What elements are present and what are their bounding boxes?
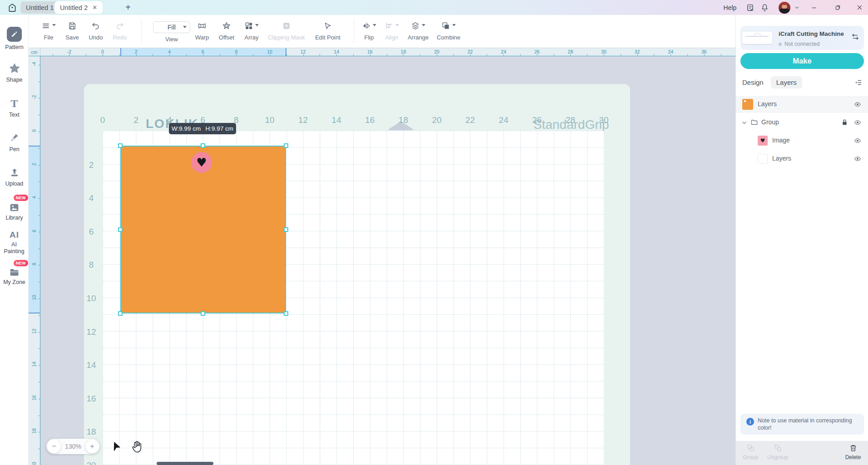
sidebar-item-pen[interactable]: Pen: [0, 132, 29, 153]
height-readout: H:9.97 cm: [205, 125, 233, 132]
layer-row-canvas[interactable]: Layers: [736, 96, 868, 113]
sidebar-item-shape[interactable]: Shape: [0, 62, 29, 83]
flip-icon: [362, 21, 371, 30]
fill-select[interactable]: Fill: [153, 21, 190, 33]
combine-button[interactable]: Combine: [433, 21, 464, 41]
sidebar-label: Pattern: [0, 44, 29, 51]
offset-label: Offset: [219, 34, 234, 41]
eye-icon[interactable]: [853, 119, 862, 126]
undo-button[interactable]: Undo: [83, 21, 108, 41]
sidebar-item-library[interactable]: NEW Library: [0, 200, 29, 221]
eye-icon[interactable]: [853, 101, 862, 108]
align-label: Align: [385, 34, 399, 41]
sidebar-item-upload[interactable]: Upload: [0, 167, 29, 187]
sidebar-label: Shape: [0, 77, 29, 83]
tab-design[interactable]: Design: [742, 78, 764, 86]
warp-icon: [197, 21, 207, 30]
ungroup-button[interactable]: Ungroup: [764, 444, 791, 460]
bell-icon[interactable]: [759, 0, 770, 15]
lock-icon[interactable]: [841, 118, 848, 126]
tab-untitled-2[interactable]: Untitled 2 ✕: [54, 1, 103, 14]
zoom-in-button[interactable]: +: [85, 440, 99, 453]
sidebar-label: Pen: [0, 146, 29, 153]
clipping-mask-button[interactable]: Clipping Mask: [266, 21, 307, 41]
vertical-ruler: -4-202468101214161820: [29, 56, 40, 465]
sidebar-item-my-zone[interactable]: NEW My Zone: [0, 265, 29, 286]
left-sidebar: Pattern Shape T Text Pen Upload NEW Libr…: [0, 15, 29, 465]
hand-tool-icon[interactable]: [130, 440, 143, 454]
ungroup-icon: [774, 444, 782, 452]
layer-row-group[interactable]: Group: [736, 114, 868, 131]
tab-label: Untitled 2: [60, 4, 88, 11]
eye-icon[interactable]: [853, 137, 862, 144]
caret-down-icon: [52, 24, 56, 26]
avatar[interactable]: [778, 0, 790, 15]
selection-handle-sw[interactable]: [118, 311, 123, 316]
selection-handle-nw[interactable]: [118, 143, 123, 148]
new-badge: NEW: [14, 195, 28, 201]
selection-handle-s[interactable]: [201, 311, 205, 316]
flip-button[interactable]: Flip: [357, 21, 381, 41]
save-button[interactable]: Save: [59, 21, 85, 41]
info-icon: i: [746, 418, 754, 426]
group-button[interactable]: Group: [737, 444, 764, 460]
file-menu-button[interactable]: File: [36, 21, 61, 41]
edit-point-button[interactable]: Edit Point: [312, 21, 344, 41]
ruler-selection-mark: [29, 313, 40, 313]
heart-rotate-handle[interactable]: ♥: [191, 152, 212, 173]
chevron-down-icon[interactable]: [741, 120, 747, 126]
shape-icon: [7, 62, 22, 76]
arrange-button[interactable]: Arrange: [404, 21, 433, 41]
size-tooltip: W:9.99 cm H:9.97 cm: [169, 123, 236, 134]
sidebar-label: My Zone: [0, 279, 29, 286]
delete-label: Delete: [845, 454, 861, 460]
edit-point-label: Edit Point: [315, 34, 340, 41]
chevron-down-icon[interactable]: [793, 0, 801, 15]
machine-card[interactable]: iCraft Cutting Machine Not connected: [740, 26, 864, 50]
warp-label: Warp: [195, 34, 209, 41]
warp-button[interactable]: Warp: [189, 21, 215, 41]
tasklist-icon[interactable]: [745, 0, 755, 15]
horizontal-scrollbar[interactable]: [157, 462, 213, 465]
machine-name: iCraft Cutting Machine: [779, 30, 844, 37]
redo-button[interactable]: Redo: [107, 21, 133, 41]
delete-button[interactable]: Delete: [839, 444, 867, 460]
offset-button[interactable]: Offset: [214, 21, 239, 41]
caret-down-icon: [452, 24, 456, 26]
clipping-mask-icon: [282, 21, 291, 30]
home-icon[interactable]: [6, 0, 19, 15]
align-button[interactable]: Align: [379, 21, 404, 41]
sidebar-item-ai-painting[interactable]: AI AI Painting: [0, 230, 29, 255]
minimize-icon[interactable]: [808, 0, 820, 15]
restore-icon[interactable]: [832, 0, 843, 15]
file-label: File: [44, 34, 54, 41]
selection-handle-w[interactable]: [118, 227, 123, 232]
selection-handle-e[interactable]: [284, 227, 288, 232]
caret-down-icon: [255, 24, 259, 26]
tab-untitled-1[interactable]: Untitled 1: [20, 1, 59, 14]
clipping-mask-label: Clipping Mask: [268, 34, 305, 41]
ruler-unit: cm: [29, 48, 40, 56]
tab-layers[interactable]: Layers: [771, 76, 802, 88]
redo-label: Redo: [113, 34, 127, 41]
select-tool-icon[interactable]: [111, 441, 123, 453]
selection-handle-se[interactable]: [284, 311, 288, 316]
layer-row-sublayers[interactable]: Layers: [736, 150, 868, 167]
design-canvas[interactable]: LOKLIK StandardGrip 02468101214161820222…: [40, 56, 735, 465]
selection-handle-n[interactable]: [201, 143, 205, 148]
layer-row-image[interactable]: ♥ Image: [736, 132, 868, 149]
swap-machine-icon[interactable]: [851, 33, 859, 41]
make-button[interactable]: Make: [740, 53, 864, 69]
eye-icon[interactable]: [853, 155, 862, 162]
help-button[interactable]: Help: [721, 0, 739, 15]
array-button[interactable]: Array: [238, 21, 265, 41]
close-icon[interactable]: [853, 0, 865, 15]
sidebar-item-pattern[interactable]: Pattern: [0, 27, 29, 51]
toolbar-separator: [354, 20, 354, 43]
sidebar-item-text[interactable]: T Text: [0, 97, 29, 118]
selection-handle-ne[interactable]: [284, 143, 288, 148]
array-icon: [244, 21, 253, 30]
close-tab-icon[interactable]: ✕: [92, 4, 97, 11]
collapse-panel-icon[interactable]: [854, 78, 863, 87]
new-tab-button[interactable]: +: [123, 2, 133, 13]
